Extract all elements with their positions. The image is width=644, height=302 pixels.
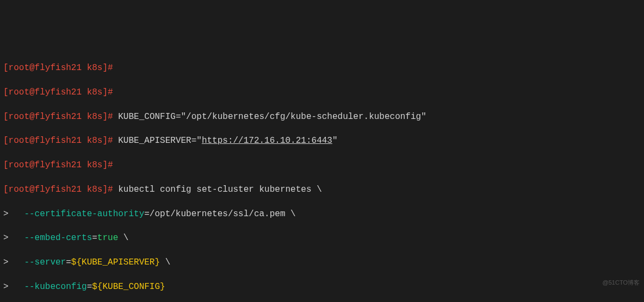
flag-text: --kubeconfig <box>24 282 86 292</box>
terminal-line: [root@flyfish21 k8s]# kubectl config set… <box>3 184 641 196</box>
watermark: @51CTO博客 <box>603 279 640 287</box>
command-text: KUBE_CONFIG="/opt/kubernetes/cfg/kube-sc… <box>118 112 426 122</box>
terminal[interactable]: [root@flyfish21 k8s]# [root@flyfish21 k8… <box>3 50 641 302</box>
flag-text: --server <box>24 257 66 267</box>
command-text: kubectl config set-cluster kubernetes \ <box>118 185 321 194</box>
terminal-line: > --embed-certs=true \ <box>3 232 641 244</box>
flag-text: --certificate-authority <box>24 209 144 219</box>
terminal-line: > --server=${KUBE_APISERVER} \ <box>3 256 641 268</box>
value-text: true <box>97 233 118 243</box>
flag-text: --embed-certs <box>24 233 92 243</box>
terminal-line: [root@flyfish21 k8s]# KUBE_APISERVER="ht… <box>3 135 641 147</box>
terminal-line: [root@flyfish21 k8s]# <box>3 86 641 98</box>
prompt-user-host: root@flyfish21 <box>9 63 82 73</box>
terminal-line: > --certificate-authority=/opt/kubernete… <box>3 208 641 220</box>
prompt-dir: k8s <box>87 63 103 73</box>
terminal-line: [root@flyfish21 k8s]# <box>3 62 641 74</box>
terminal-line: [root@flyfish21 k8s]# <box>3 159 641 171</box>
terminal-line: [root@flyfish21 k8s]# KUBE_CONFIG="/opt/… <box>3 111 641 123</box>
url-text: https://172.16.10.21:6443 <box>202 136 332 146</box>
variable-text: ${KUBE_CONFIG} <box>92 282 165 292</box>
prompt-open: [ <box>3 63 9 73</box>
terminal-line: > --kubeconfig=${KUBE_CONFIG} <box>3 281 641 293</box>
variable-text: ${KUBE_APISERVER} <box>71 257 160 267</box>
